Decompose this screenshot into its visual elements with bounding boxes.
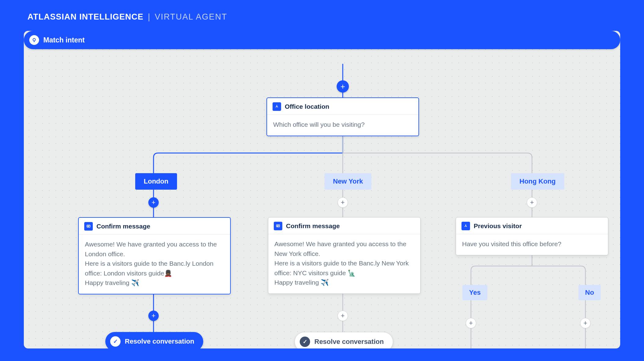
add-step-button[interactable]: +	[337, 80, 349, 93]
london-confirm-title: Confirm message	[96, 223, 150, 230]
message-icon	[274, 222, 282, 230]
hongkong-followup-prompt: Have you visited this office before?	[456, 234, 608, 255]
add-step-hk-yes[interactable]: +	[466, 318, 476, 328]
resolve-newyork[interactable]: ✓ Resolve conversation	[295, 332, 393, 348]
resolve-london[interactable]: ✓ Resolve conversation	[105, 332, 203, 348]
match-intent-label: Match intent	[43, 36, 85, 44]
check-icon: ✓	[300, 337, 310, 347]
page-header: ATLASSIAN INTELLIGENCE | VIRTUAL AGENT	[0, 0, 644, 31]
london-confirm-body: Awesome! We have granted you access to t…	[79, 235, 230, 294]
add-step-hongkong[interactable]: +	[527, 197, 537, 208]
branch-icon	[273, 102, 281, 111]
add-step-hk-no[interactable]: +	[580, 318, 591, 328]
hongkong-followup-title: Previous visitor	[474, 222, 522, 230]
resolve-london-label: Resolve conversation	[125, 337, 194, 345]
option-hongkong-no[interactable]: No	[578, 285, 601, 300]
hongkong-followup-card[interactable]: Previous visitor Have you visited this o…	[456, 217, 608, 255]
header-divider: |	[146, 12, 152, 21]
lightbulb-icon	[29, 35, 39, 45]
resolve-newyork-label: Resolve conversation	[314, 338, 384, 346]
office-location-prompt: Which office will you be visiting?	[267, 115, 418, 136]
connector-lines	[24, 31, 620, 348]
message-icon	[84, 222, 93, 231]
newyork-confirm-body: Awesome! We have granted you access to t…	[268, 234, 420, 294]
office-location-title: Office location	[285, 103, 329, 110]
newyork-confirm-title: Confirm message	[286, 222, 340, 230]
option-newyork[interactable]: New York	[324, 173, 371, 190]
check-icon: ✓	[110, 336, 121, 347]
option-hongkong-yes[interactable]: Yes	[462, 285, 487, 300]
add-step-newyork-2[interactable]: +	[338, 311, 348, 321]
option-london[interactable]: London	[135, 173, 177, 190]
office-location-card[interactable]: Office location Which office will you be…	[266, 97, 419, 136]
london-confirm-card[interactable]: Confirm message Awesome! We have granted…	[78, 217, 231, 294]
newyork-confirm-card[interactable]: Confirm message Awesome! We have granted…	[268, 217, 421, 294]
match-intent-node[interactable]: Match intent	[24, 31, 620, 49]
branch-icon	[461, 222, 470, 230]
add-step-london-2[interactable]: +	[148, 311, 159, 321]
section-text: VIRTUAL AGENT	[155, 12, 227, 21]
flow-canvas[interactable]: Match intent + Office location Which off…	[24, 31, 620, 348]
add-step-london[interactable]: +	[148, 197, 159, 208]
add-step-newyork[interactable]: +	[338, 197, 348, 208]
svg-point-0	[33, 38, 35, 41]
option-hongkong[interactable]: Hong Kong	[511, 173, 564, 190]
brand-text: ATLASSIAN INTELLIGENCE	[27, 12, 143, 21]
